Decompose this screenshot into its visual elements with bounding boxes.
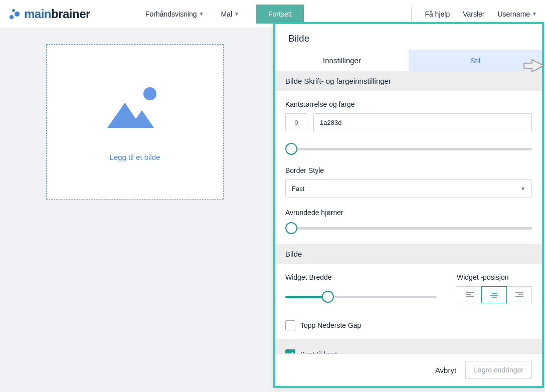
edge-to-edge-row: Kant til kant (285, 349, 532, 353)
logo: mainbrainer (8, 7, 90, 21)
nav-preview-label: Forhåndsvisning (145, 10, 197, 18)
panel-title: Bilde (275, 24, 542, 50)
svg-point-3 (143, 87, 156, 100)
top-bottom-gap-row: Topp Nederste Gap (285, 320, 532, 330)
arrow-cursor-icon (523, 58, 545, 75)
widget-width-label: Widget Bredde (285, 273, 437, 281)
nav-alerts[interactable]: Varsler (463, 10, 484, 18)
slider-thumb[interactable] (322, 291, 334, 303)
nav-divider (411, 7, 412, 22)
edge-to-edge-section: Kant til kant (275, 339, 542, 353)
top-bottom-gap-checkbox[interactable] (285, 320, 295, 330)
nav-template[interactable]: Mal ▼ (221, 10, 239, 18)
top-bottom-gap-label: Topp Nederste Gap (300, 321, 361, 329)
slider-thumb[interactable] (285, 222, 297, 234)
save-button[interactable]: Lagre endringer (465, 361, 532, 379)
image-placeholder-icon (100, 83, 170, 133)
widget-width-slider[interactable] (285, 290, 437, 303)
nav-username[interactable]: Username ▼ (498, 10, 537, 18)
align-group (457, 286, 532, 304)
border-color-input[interactable] (313, 113, 532, 131)
border-size-color-label: Kantstørrelse og farge (285, 100, 532, 108)
logo-dots-icon (8, 7, 22, 21)
section-font-color-header: Bilde Skrift- og fargeinnstillinger (275, 71, 542, 91)
caret-down-icon: ▼ (199, 11, 204, 17)
align-center-button[interactable] (481, 286, 507, 303)
section-bilde-header: Bilde (275, 244, 542, 264)
align-right-button[interactable] (506, 287, 531, 304)
image-drop-zone[interactable]: Legg til et bilde (46, 44, 224, 200)
tab-style[interactable]: Stil (409, 50, 542, 71)
border-style-select[interactable]: Fast ▼ (285, 179, 532, 198)
edge-to-edge-checkbox[interactable] (285, 349, 295, 353)
panel-body: Bilde Skrift- og fargeinnstillinger Kant… (275, 71, 542, 353)
logo-text-main: main (24, 7, 51, 21)
align-right-icon (515, 292, 523, 298)
caret-down-icon: ▼ (532, 11, 537, 17)
svg-point-0 (10, 15, 14, 19)
nav-username-label: Username (498, 10, 530, 18)
svg-point-1 (15, 12, 20, 17)
tab-settings[interactable]: Innstillinger (275, 50, 409, 71)
section-font-color-content: Kantstørrelse og farge Border Style Fast… (275, 91, 542, 244)
nav-center: Forhåndsvisning ▼ Mal ▼ Fortsett (145, 5, 304, 24)
section-bilde-content: Widget Bredde Widget -posisjon (275, 264, 542, 339)
nav-help[interactable]: Få hjelp (425, 10, 450, 18)
width-position-row: Widget Bredde Widget -posisjon (285, 273, 532, 304)
rounded-corners-label: Avrundede hjørner (285, 209, 532, 217)
border-size-input[interactable] (285, 113, 307, 131)
caret-down-icon: ▼ (520, 186, 525, 191)
align-center-icon (490, 292, 498, 298)
continue-button[interactable]: Fortsett (256, 5, 304, 24)
caret-down-icon: ▼ (234, 11, 239, 17)
cancel-button[interactable]: Avbryt (435, 366, 456, 374)
align-left-button[interactable] (457, 287, 482, 304)
style-panel: Bilde Innstillinger Stil Bilde Skrift- o… (273, 22, 544, 388)
border-style-label: Border Style (285, 166, 532, 174)
nav-template-label: Mal (221, 10, 233, 18)
align-left-icon (466, 292, 474, 298)
border-size-color-row (285, 113, 532, 131)
border-style-value: Fast (292, 185, 304, 192)
widget-position-label: Widget -posisjon (457, 273, 532, 281)
svg-point-2 (12, 9, 15, 12)
nav-preview[interactable]: Forhåndsvisning ▼ (145, 10, 204, 18)
tabs: Innstillinger Stil (275, 50, 542, 71)
panel-footer: Avbryt Lagre endringer (275, 353, 542, 386)
border-size-slider[interactable] (285, 142, 532, 155)
slider-thumb[interactable] (285, 143, 297, 155)
drop-text: Legg til et bilde (110, 153, 160, 161)
logo-text-brainer: brainer (51, 7, 90, 21)
nav-right: Få hjelp Varsler Username ▼ (411, 7, 537, 22)
rounded-corners-slider[interactable] (285, 222, 532, 235)
